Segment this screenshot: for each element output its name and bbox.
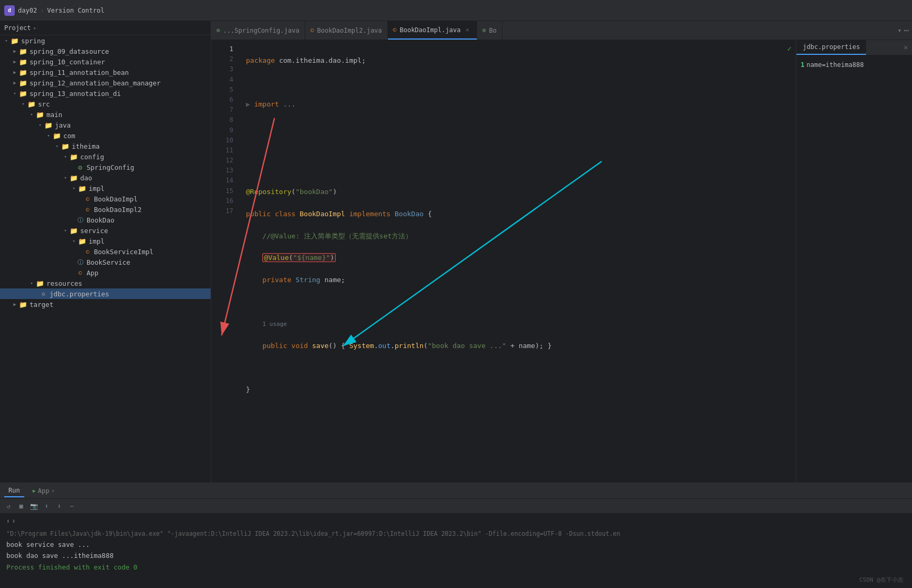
tree-item[interactable]: ⚙ SpringConfig	[0, 162, 211, 172]
tree-item[interactable]: ▶ 📁 spring_11_annotation_bean	[0, 67, 211, 78]
tree-item[interactable]: © BookDaoImpl	[0, 194, 211, 204]
arrow-icon: ▾	[70, 184, 78, 192]
tree-item[interactable]: ▾ 📁 com	[0, 130, 211, 141]
tab-label: ...SpringConfig.java	[223, 27, 300, 34]
tree-label: service	[80, 227, 108, 235]
main-layout: Project ▾ ▾ 📁 spring ▶ 📁 spring_09_datas…	[0, 21, 912, 483]
config-icon: ⚙	[76, 163, 84, 171]
stop-button[interactable]: ■	[16, 501, 26, 512]
tree-label: SpringConfig	[87, 163, 134, 171]
tree-item[interactable]: ▶ 📁 target	[0, 299, 211, 310]
folder-icon: 📁	[11, 36, 19, 45]
folder-icon: 📁	[19, 79, 27, 87]
tree-item[interactable]: © App	[0, 267, 211, 278]
more-button[interactable]: ⋯	[66, 501, 77, 512]
tree-item[interactable]: ▾ 📁 config	[0, 151, 211, 162]
props-tabs: jdbc.properties ✕	[796, 40, 912, 55]
arrow-icon: ▶	[11, 68, 19, 76]
tree-label: spring_13_annotation_di	[30, 90, 121, 98]
tree-item[interactable]: ▾ 📁 dao	[0, 172, 211, 183]
tree-item[interactable]: ⓘ BookService	[0, 257, 211, 267]
check-icon: ✓	[787, 44, 792, 53]
run-tabs: Run ▶ App ✕	[0, 483, 912, 499]
tree-item[interactable]: ▾ 📁 java	[0, 120, 211, 130]
tab-springconfig[interactable]: ⚙ ...SpringConfig.java	[211, 21, 305, 40]
arrow-icon: ▾	[2, 36, 11, 45]
tree-item[interactable]: ▶ 📁 spring_10_container	[0, 56, 211, 67]
tree-label: BookDaoImpl	[94, 195, 138, 203]
arrow-icon: ▶	[11, 79, 19, 87]
tab-bo[interactable]: ⚙ Bo	[477, 21, 502, 40]
project-label: Project	[4, 24, 31, 32]
folder-icon: 📁	[19, 89, 27, 98]
tree-item[interactable]: ▾ 📁 src	[0, 99, 211, 109]
folder-icon: 📁	[44, 121, 53, 129]
scroll-left-icon[interactable]: ⬆	[6, 517, 10, 527]
tree-item[interactable]: ▾ 📁 impl	[0, 236, 211, 246]
arrow-icon: ▾	[53, 142, 61, 150]
tree-label: BookDao	[87, 216, 115, 224]
run-tab-run[interactable]: Run	[4, 485, 24, 497]
folder-icon: 📁	[27, 100, 36, 108]
scroll-up-button[interactable]: ⬆	[41, 501, 52, 512]
run-output-line-5: Process finished with exit code 0	[6, 562, 906, 573]
more-options-icon[interactable]: ⋯	[904, 25, 909, 35]
java-class-icon: ©	[83, 205, 92, 214]
tree-item[interactable]: ▾ 📁 spring	[0, 35, 211, 46]
config-icon: ⚙	[482, 27, 486, 34]
props-tab-label: jdbc.properties	[803, 43, 860, 51]
app-tab-label: App	[38, 487, 50, 495]
arrow-icon: ▾	[36, 121, 44, 129]
screenshot-button[interactable]: 📷	[28, 501, 39, 512]
restart-button[interactable]: ↺	[3, 501, 14, 512]
arrow-icon: ▾	[19, 100, 27, 108]
tree-label: main	[46, 111, 62, 119]
tree-label: src	[38, 100, 50, 108]
arrow-icon: ▾	[61, 152, 70, 161]
run-close-button[interactable]: ✕	[51, 488, 54, 494]
scroll-down-button[interactable]: ⬇	[54, 501, 64, 512]
tree-label: BookServiceImpl	[94, 248, 154, 256]
tree-label: BookService	[87, 258, 130, 266]
tree-item[interactable]: ⓘ BookDao	[0, 215, 211, 225]
tree-label: config	[80, 153, 104, 161]
tab-close-button[interactable]: ✕	[464, 26, 471, 34]
chevron-down-icon[interactable]: ▾	[898, 26, 902, 34]
line-number-1: 1	[801, 60, 804, 70]
java-class-icon: ©	[76, 268, 84, 277]
props-line: 1 name=itheima888	[801, 60, 908, 70]
folder-icon: 📁	[61, 142, 70, 150]
tree-item[interactable]: ▶ 📁 spring_09_datasource	[0, 46, 211, 56]
tree-item[interactable]: ▾ 📁 resources	[0, 278, 211, 288]
tree-item[interactable]: © BookDaoImpl2	[0, 204, 211, 215]
tree-item[interactable]: ⚙ jdbc.properties	[0, 288, 211, 299]
tree-label: spring	[21, 37, 45, 45]
tree-item[interactable]: ▾ 📁 main	[0, 109, 211, 120]
tree-item[interactable]: ▾ 📁 impl	[0, 183, 211, 194]
tree-label: itheima	[72, 142, 100, 150]
java-class-icon: ©	[83, 247, 92, 256]
tree-item[interactable]: ▾ 📁 service	[0, 225, 211, 236]
tree-item[interactable]: © BookServiceImpl	[0, 246, 211, 257]
folder-icon: 📁	[78, 237, 87, 245]
tree-item[interactable]: ▶ 📁 spring_12_annotation_bean_manager	[0, 78, 211, 88]
tree-item[interactable]: ▾ 📁 itheima	[0, 141, 211, 151]
arrow-icon: ▾	[70, 237, 78, 245]
run-output: ⬆ ⬇ "D:\Program Files\Java\jdk-19\bin\ja…	[0, 514, 912, 588]
tab-label: BookDaoImpl.java	[400, 26, 461, 34]
props-close-button[interactable]: ✕	[899, 40, 912, 55]
tree-item[interactable]: ▾ 📁 spring_13_annotation_di	[0, 88, 211, 99]
run-scroll-controls: ⬆ ⬇	[6, 517, 906, 527]
tab-bookdaoimpl[interactable]: © BookDaoImpl.java ✕	[388, 21, 477, 40]
arrow-icon: ▾	[44, 131, 53, 140]
chevron-down-icon: ▾	[33, 25, 36, 31]
folder-icon: 📁	[53, 131, 61, 140]
watermark: CSDN @在下小吉	[859, 576, 904, 584]
tab-bookdaoimpl2[interactable]: © BookDaoImpl2.java	[305, 21, 387, 40]
scroll-right-icon[interactable]: ⬇	[12, 517, 16, 527]
tree-label: spring_09_datasource	[30, 47, 109, 55]
props-tab-jdbc[interactable]: jdbc.properties	[796, 40, 866, 55]
tabs-bar: ⚙ ...SpringConfig.java © BookDaoImpl2.ja…	[211, 21, 912, 40]
arrow-icon: ▶	[11, 300, 19, 309]
run-tab-app[interactable]: ▶ App ✕	[28, 485, 59, 497]
